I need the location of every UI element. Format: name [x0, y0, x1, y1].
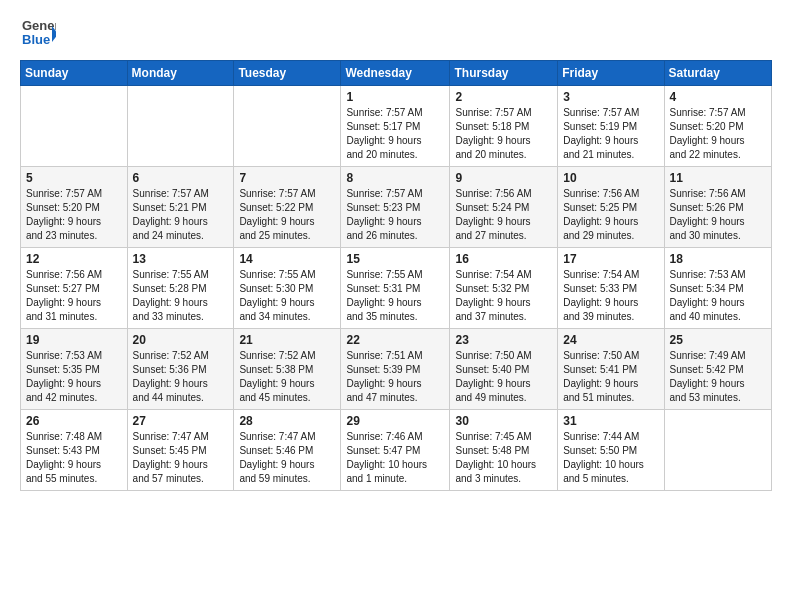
day-cell: 30Sunrise: 7:45 AM Sunset: 5:48 PM Dayli…	[450, 410, 558, 491]
header: General Blue	[20, 16, 772, 52]
day-number: 15	[346, 252, 444, 266]
day-cell: 13Sunrise: 7:55 AM Sunset: 5:28 PM Dayli…	[127, 248, 234, 329]
day-cell: 9Sunrise: 7:56 AM Sunset: 5:24 PM Daylig…	[450, 167, 558, 248]
day-number: 4	[670, 90, 766, 104]
day-cell: 21Sunrise: 7:52 AM Sunset: 5:38 PM Dayli…	[234, 329, 341, 410]
day-number: 19	[26, 333, 122, 347]
day-cell: 16Sunrise: 7:54 AM Sunset: 5:32 PM Dayli…	[450, 248, 558, 329]
day-cell: 2Sunrise: 7:57 AM Sunset: 5:18 PM Daylig…	[450, 86, 558, 167]
day-number: 30	[455, 414, 552, 428]
day-info: Sunrise: 7:54 AM Sunset: 5:33 PM Dayligh…	[563, 268, 658, 324]
week-row-3: 12Sunrise: 7:56 AM Sunset: 5:27 PM Dayli…	[21, 248, 772, 329]
logo-svg: General Blue	[20, 16, 56, 52]
day-cell: 31Sunrise: 7:44 AM Sunset: 5:50 PM Dayli…	[558, 410, 664, 491]
day-cell: 27Sunrise: 7:47 AM Sunset: 5:45 PM Dayli…	[127, 410, 234, 491]
day-info: Sunrise: 7:50 AM Sunset: 5:40 PM Dayligh…	[455, 349, 552, 405]
day-number: 5	[26, 171, 122, 185]
day-number: 23	[455, 333, 552, 347]
week-row-5: 26Sunrise: 7:48 AM Sunset: 5:43 PM Dayli…	[21, 410, 772, 491]
day-info: Sunrise: 7:55 AM Sunset: 5:31 PM Dayligh…	[346, 268, 444, 324]
weekday-header-monday: Monday	[127, 61, 234, 86]
day-number: 28	[239, 414, 335, 428]
day-info: Sunrise: 7:57 AM Sunset: 5:23 PM Dayligh…	[346, 187, 444, 243]
day-cell: 10Sunrise: 7:56 AM Sunset: 5:25 PM Dayli…	[558, 167, 664, 248]
day-number: 17	[563, 252, 658, 266]
day-info: Sunrise: 7:55 AM Sunset: 5:30 PM Dayligh…	[239, 268, 335, 324]
day-info: Sunrise: 7:51 AM Sunset: 5:39 PM Dayligh…	[346, 349, 444, 405]
day-info: Sunrise: 7:52 AM Sunset: 5:36 PM Dayligh…	[133, 349, 229, 405]
day-number: 1	[346, 90, 444, 104]
day-cell: 28Sunrise: 7:47 AM Sunset: 5:46 PM Dayli…	[234, 410, 341, 491]
day-info: Sunrise: 7:53 AM Sunset: 5:35 PM Dayligh…	[26, 349, 122, 405]
day-number: 3	[563, 90, 658, 104]
day-info: Sunrise: 7:56 AM Sunset: 5:27 PM Dayligh…	[26, 268, 122, 324]
day-info: Sunrise: 7:57 AM Sunset: 5:20 PM Dayligh…	[26, 187, 122, 243]
day-cell: 1Sunrise: 7:57 AM Sunset: 5:17 PM Daylig…	[341, 86, 450, 167]
day-number: 20	[133, 333, 229, 347]
day-cell: 14Sunrise: 7:55 AM Sunset: 5:30 PM Dayli…	[234, 248, 341, 329]
day-number: 8	[346, 171, 444, 185]
weekday-header-friday: Friday	[558, 61, 664, 86]
calendar: SundayMondayTuesdayWednesdayThursdayFrid…	[20, 60, 772, 491]
page: General Blue SundayMondayTuesdayWednesda…	[0, 0, 792, 507]
day-info: Sunrise: 7:49 AM Sunset: 5:42 PM Dayligh…	[670, 349, 766, 405]
day-cell: 29Sunrise: 7:46 AM Sunset: 5:47 PM Dayli…	[341, 410, 450, 491]
day-cell: 26Sunrise: 7:48 AM Sunset: 5:43 PM Dayli…	[21, 410, 128, 491]
day-cell: 22Sunrise: 7:51 AM Sunset: 5:39 PM Dayli…	[341, 329, 450, 410]
week-row-4: 19Sunrise: 7:53 AM Sunset: 5:35 PM Dayli…	[21, 329, 772, 410]
day-info: Sunrise: 7:44 AM Sunset: 5:50 PM Dayligh…	[563, 430, 658, 486]
day-number: 10	[563, 171, 658, 185]
day-number: 12	[26, 252, 122, 266]
day-cell: 20Sunrise: 7:52 AM Sunset: 5:36 PM Dayli…	[127, 329, 234, 410]
day-number: 27	[133, 414, 229, 428]
svg-text:Blue: Blue	[22, 32, 50, 47]
weekday-header-saturday: Saturday	[664, 61, 771, 86]
day-cell: 12Sunrise: 7:56 AM Sunset: 5:27 PM Dayli…	[21, 248, 128, 329]
day-number: 9	[455, 171, 552, 185]
day-number: 21	[239, 333, 335, 347]
weekday-header-thursday: Thursday	[450, 61, 558, 86]
day-cell: 19Sunrise: 7:53 AM Sunset: 5:35 PM Dayli…	[21, 329, 128, 410]
day-info: Sunrise: 7:52 AM Sunset: 5:38 PM Dayligh…	[239, 349, 335, 405]
day-cell: 25Sunrise: 7:49 AM Sunset: 5:42 PM Dayli…	[664, 329, 771, 410]
day-number: 7	[239, 171, 335, 185]
day-number: 18	[670, 252, 766, 266]
day-cell: 17Sunrise: 7:54 AM Sunset: 5:33 PM Dayli…	[558, 248, 664, 329]
day-cell: 4Sunrise: 7:57 AM Sunset: 5:20 PM Daylig…	[664, 86, 771, 167]
day-cell	[127, 86, 234, 167]
day-cell: 6Sunrise: 7:57 AM Sunset: 5:21 PM Daylig…	[127, 167, 234, 248]
day-info: Sunrise: 7:56 AM Sunset: 5:24 PM Dayligh…	[455, 187, 552, 243]
day-number: 2	[455, 90, 552, 104]
week-row-1: 1Sunrise: 7:57 AM Sunset: 5:17 PM Daylig…	[21, 86, 772, 167]
weekday-header-row: SundayMondayTuesdayWednesdayThursdayFrid…	[21, 61, 772, 86]
day-cell: 11Sunrise: 7:56 AM Sunset: 5:26 PM Dayli…	[664, 167, 771, 248]
day-number: 24	[563, 333, 658, 347]
day-cell	[664, 410, 771, 491]
day-number: 13	[133, 252, 229, 266]
day-info: Sunrise: 7:53 AM Sunset: 5:34 PM Dayligh…	[670, 268, 766, 324]
day-cell: 5Sunrise: 7:57 AM Sunset: 5:20 PM Daylig…	[21, 167, 128, 248]
svg-text:General: General	[22, 18, 56, 33]
day-info: Sunrise: 7:48 AM Sunset: 5:43 PM Dayligh…	[26, 430, 122, 486]
day-number: 31	[563, 414, 658, 428]
day-info: Sunrise: 7:56 AM Sunset: 5:26 PM Dayligh…	[670, 187, 766, 243]
day-number: 26	[26, 414, 122, 428]
day-number: 29	[346, 414, 444, 428]
day-number: 16	[455, 252, 552, 266]
day-number: 25	[670, 333, 766, 347]
day-info: Sunrise: 7:47 AM Sunset: 5:45 PM Dayligh…	[133, 430, 229, 486]
week-row-2: 5Sunrise: 7:57 AM Sunset: 5:20 PM Daylig…	[21, 167, 772, 248]
day-info: Sunrise: 7:45 AM Sunset: 5:48 PM Dayligh…	[455, 430, 552, 486]
day-cell: 24Sunrise: 7:50 AM Sunset: 5:41 PM Dayli…	[558, 329, 664, 410]
day-number: 14	[239, 252, 335, 266]
logo: General Blue	[20, 16, 56, 52]
day-cell: 18Sunrise: 7:53 AM Sunset: 5:34 PM Dayli…	[664, 248, 771, 329]
day-cell: 23Sunrise: 7:50 AM Sunset: 5:40 PM Dayli…	[450, 329, 558, 410]
day-info: Sunrise: 7:57 AM Sunset: 5:20 PM Dayligh…	[670, 106, 766, 162]
day-info: Sunrise: 7:47 AM Sunset: 5:46 PM Dayligh…	[239, 430, 335, 486]
day-cell: 8Sunrise: 7:57 AM Sunset: 5:23 PM Daylig…	[341, 167, 450, 248]
weekday-header-sunday: Sunday	[21, 61, 128, 86]
day-cell	[21, 86, 128, 167]
day-number: 6	[133, 171, 229, 185]
day-info: Sunrise: 7:57 AM Sunset: 5:19 PM Dayligh…	[563, 106, 658, 162]
